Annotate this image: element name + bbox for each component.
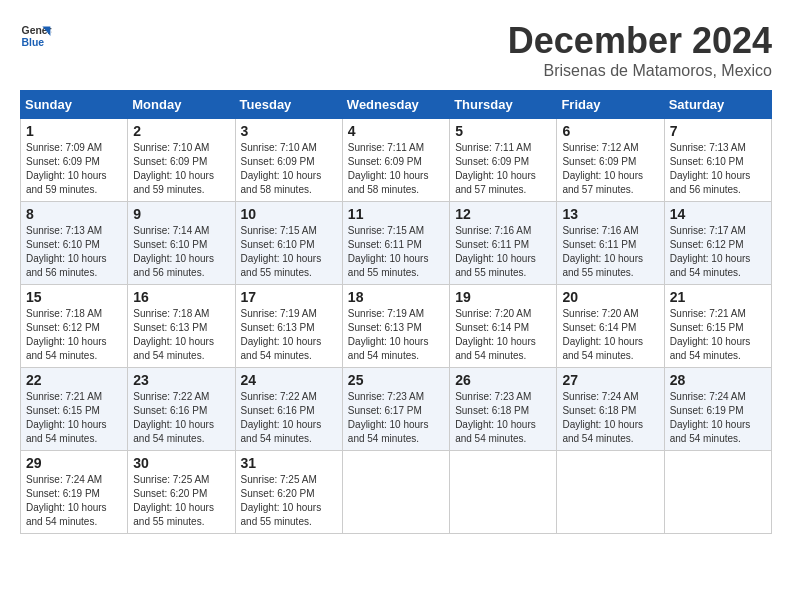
- day-number: 19: [455, 289, 551, 305]
- calendar-cell: 6Sunrise: 7:12 AM Sunset: 6:09 PM Daylig…: [557, 119, 664, 202]
- day-info: Sunrise: 7:22 AM Sunset: 6:16 PM Dayligh…: [133, 390, 229, 446]
- calendar-cell: 26Sunrise: 7:23 AM Sunset: 6:18 PM Dayli…: [450, 368, 557, 451]
- calendar-cell: 27Sunrise: 7:24 AM Sunset: 6:18 PM Dayli…: [557, 368, 664, 451]
- calendar-cell: 12Sunrise: 7:16 AM Sunset: 6:11 PM Dayli…: [450, 202, 557, 285]
- calendar-cell: 16Sunrise: 7:18 AM Sunset: 6:13 PM Dayli…: [128, 285, 235, 368]
- day-number: 6: [562, 123, 658, 139]
- day-number: 22: [26, 372, 122, 388]
- day-number: 9: [133, 206, 229, 222]
- day-number: 23: [133, 372, 229, 388]
- day-number: 4: [348, 123, 444, 139]
- logo-icon: General Blue: [20, 20, 52, 52]
- day-number: 26: [455, 372, 551, 388]
- day-info: Sunrise: 7:14 AM Sunset: 6:10 PM Dayligh…: [133, 224, 229, 280]
- calendar-cell: 29Sunrise: 7:24 AM Sunset: 6:19 PM Dayli…: [21, 451, 128, 534]
- day-number: 17: [241, 289, 337, 305]
- day-header-thursday: Thursday: [450, 91, 557, 119]
- week-row-4: 22Sunrise: 7:21 AM Sunset: 6:15 PM Dayli…: [21, 368, 772, 451]
- day-number: 31: [241, 455, 337, 471]
- day-number: 14: [670, 206, 766, 222]
- week-row-1: 1Sunrise: 7:09 AM Sunset: 6:09 PM Daylig…: [21, 119, 772, 202]
- day-number: 13: [562, 206, 658, 222]
- day-info: Sunrise: 7:12 AM Sunset: 6:09 PM Dayligh…: [562, 141, 658, 197]
- calendar-cell: 19Sunrise: 7:20 AM Sunset: 6:14 PM Dayli…: [450, 285, 557, 368]
- day-header-saturday: Saturday: [664, 91, 771, 119]
- day-number: 16: [133, 289, 229, 305]
- day-info: Sunrise: 7:22 AM Sunset: 6:16 PM Dayligh…: [241, 390, 337, 446]
- calendar-cell: 20Sunrise: 7:20 AM Sunset: 6:14 PM Dayli…: [557, 285, 664, 368]
- day-header-friday: Friday: [557, 91, 664, 119]
- day-number: 24: [241, 372, 337, 388]
- day-number: 15: [26, 289, 122, 305]
- calendar-cell: 15Sunrise: 7:18 AM Sunset: 6:12 PM Dayli…: [21, 285, 128, 368]
- calendar-cell: 9Sunrise: 7:14 AM Sunset: 6:10 PM Daylig…: [128, 202, 235, 285]
- day-info: Sunrise: 7:24 AM Sunset: 6:18 PM Dayligh…: [562, 390, 658, 446]
- svg-text:Blue: Blue: [22, 37, 45, 48]
- calendar-cell: 1Sunrise: 7:09 AM Sunset: 6:09 PM Daylig…: [21, 119, 128, 202]
- day-number: 1: [26, 123, 122, 139]
- calendar-cell: 2Sunrise: 7:10 AM Sunset: 6:09 PM Daylig…: [128, 119, 235, 202]
- day-info: Sunrise: 7:24 AM Sunset: 6:19 PM Dayligh…: [670, 390, 766, 446]
- day-info: Sunrise: 7:18 AM Sunset: 6:12 PM Dayligh…: [26, 307, 122, 363]
- day-number: 3: [241, 123, 337, 139]
- calendar-cell: 21Sunrise: 7:21 AM Sunset: 6:15 PM Dayli…: [664, 285, 771, 368]
- day-info: Sunrise: 7:25 AM Sunset: 6:20 PM Dayligh…: [241, 473, 337, 529]
- calendar-cell: 28Sunrise: 7:24 AM Sunset: 6:19 PM Dayli…: [664, 368, 771, 451]
- calendar-cell: 10Sunrise: 7:15 AM Sunset: 6:10 PM Dayli…: [235, 202, 342, 285]
- day-number: 7: [670, 123, 766, 139]
- calendar-cell: [557, 451, 664, 534]
- location-subtitle: Brisenas de Matamoros, Mexico: [508, 62, 772, 80]
- day-info: Sunrise: 7:13 AM Sunset: 6:10 PM Dayligh…: [26, 224, 122, 280]
- day-info: Sunrise: 7:10 AM Sunset: 6:09 PM Dayligh…: [133, 141, 229, 197]
- day-info: Sunrise: 7:11 AM Sunset: 6:09 PM Dayligh…: [455, 141, 551, 197]
- day-number: 11: [348, 206, 444, 222]
- day-info: Sunrise: 7:10 AM Sunset: 6:09 PM Dayligh…: [241, 141, 337, 197]
- day-header-monday: Monday: [128, 91, 235, 119]
- header-row: SundayMondayTuesdayWednesdayThursdayFrid…: [21, 91, 772, 119]
- day-header-tuesday: Tuesday: [235, 91, 342, 119]
- day-info: Sunrise: 7:25 AM Sunset: 6:20 PM Dayligh…: [133, 473, 229, 529]
- calendar-cell: 18Sunrise: 7:19 AM Sunset: 6:13 PM Dayli…: [342, 285, 449, 368]
- day-info: Sunrise: 7:19 AM Sunset: 6:13 PM Dayligh…: [348, 307, 444, 363]
- day-header-sunday: Sunday: [21, 91, 128, 119]
- page-header: General Blue December 2024 Brisenas de M…: [20, 20, 772, 80]
- calendar-cell: 11Sunrise: 7:15 AM Sunset: 6:11 PM Dayli…: [342, 202, 449, 285]
- month-title: December 2024: [508, 20, 772, 62]
- calendar-cell: 30Sunrise: 7:25 AM Sunset: 6:20 PM Dayli…: [128, 451, 235, 534]
- calendar-cell: 13Sunrise: 7:16 AM Sunset: 6:11 PM Dayli…: [557, 202, 664, 285]
- day-info: Sunrise: 7:21 AM Sunset: 6:15 PM Dayligh…: [26, 390, 122, 446]
- calendar-cell: 24Sunrise: 7:22 AM Sunset: 6:16 PM Dayli…: [235, 368, 342, 451]
- day-info: Sunrise: 7:09 AM Sunset: 6:09 PM Dayligh…: [26, 141, 122, 197]
- calendar-table: SundayMondayTuesdayWednesdayThursdayFrid…: [20, 90, 772, 534]
- logo: General Blue: [20, 20, 52, 52]
- calendar-cell: 22Sunrise: 7:21 AM Sunset: 6:15 PM Dayli…: [21, 368, 128, 451]
- calendar-cell: 23Sunrise: 7:22 AM Sunset: 6:16 PM Dayli…: [128, 368, 235, 451]
- calendar-cell: 7Sunrise: 7:13 AM Sunset: 6:10 PM Daylig…: [664, 119, 771, 202]
- day-number: 8: [26, 206, 122, 222]
- calendar-cell: [342, 451, 449, 534]
- calendar-cell: 25Sunrise: 7:23 AM Sunset: 6:17 PM Dayli…: [342, 368, 449, 451]
- calendar-cell: 31Sunrise: 7:25 AM Sunset: 6:20 PM Dayli…: [235, 451, 342, 534]
- day-number: 20: [562, 289, 658, 305]
- day-info: Sunrise: 7:17 AM Sunset: 6:12 PM Dayligh…: [670, 224, 766, 280]
- day-info: Sunrise: 7:16 AM Sunset: 6:11 PM Dayligh…: [455, 224, 551, 280]
- day-info: Sunrise: 7:11 AM Sunset: 6:09 PM Dayligh…: [348, 141, 444, 197]
- day-number: 29: [26, 455, 122, 471]
- calendar-cell: 17Sunrise: 7:19 AM Sunset: 6:13 PM Dayli…: [235, 285, 342, 368]
- calendar-cell: 14Sunrise: 7:17 AM Sunset: 6:12 PM Dayli…: [664, 202, 771, 285]
- day-info: Sunrise: 7:23 AM Sunset: 6:17 PM Dayligh…: [348, 390, 444, 446]
- calendar-cell: 8Sunrise: 7:13 AM Sunset: 6:10 PM Daylig…: [21, 202, 128, 285]
- day-info: Sunrise: 7:16 AM Sunset: 6:11 PM Dayligh…: [562, 224, 658, 280]
- calendar-cell: [664, 451, 771, 534]
- day-number: 25: [348, 372, 444, 388]
- day-number: 27: [562, 372, 658, 388]
- week-row-2: 8Sunrise: 7:13 AM Sunset: 6:10 PM Daylig…: [21, 202, 772, 285]
- week-row-5: 29Sunrise: 7:24 AM Sunset: 6:19 PM Dayli…: [21, 451, 772, 534]
- calendar-cell: 5Sunrise: 7:11 AM Sunset: 6:09 PM Daylig…: [450, 119, 557, 202]
- day-number: 30: [133, 455, 229, 471]
- day-number: 12: [455, 206, 551, 222]
- day-info: Sunrise: 7:23 AM Sunset: 6:18 PM Dayligh…: [455, 390, 551, 446]
- day-info: Sunrise: 7:13 AM Sunset: 6:10 PM Dayligh…: [670, 141, 766, 197]
- day-info: Sunrise: 7:24 AM Sunset: 6:19 PM Dayligh…: [26, 473, 122, 529]
- calendar-cell: 4Sunrise: 7:11 AM Sunset: 6:09 PM Daylig…: [342, 119, 449, 202]
